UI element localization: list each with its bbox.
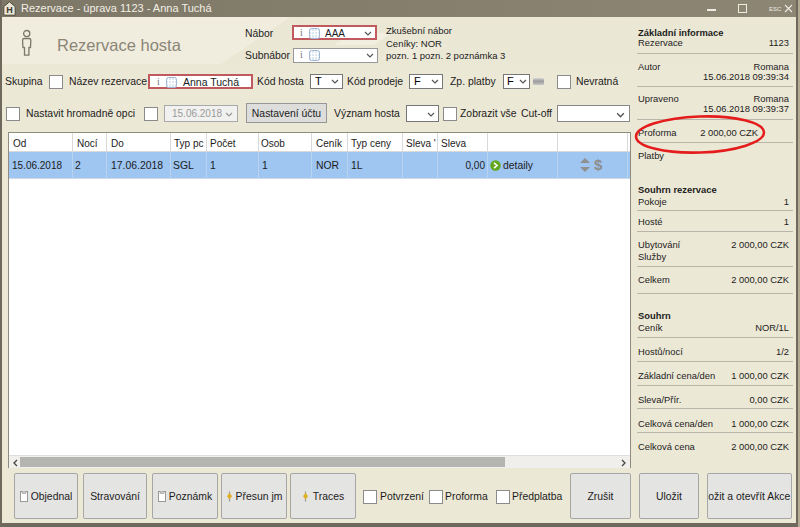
- svg-text:H: H: [6, 5, 13, 15]
